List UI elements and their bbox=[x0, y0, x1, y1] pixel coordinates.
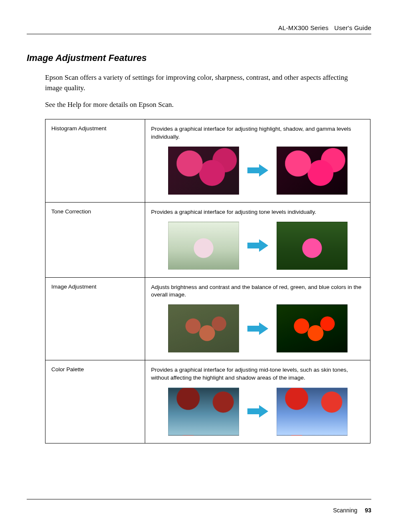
arrow-right-icon bbox=[247, 404, 269, 418]
doc-type: User's Guide bbox=[334, 24, 371, 31]
before-after-group bbox=[151, 147, 364, 195]
after-image bbox=[277, 222, 348, 270]
feature-description: Provides a graphical interface for adjus… bbox=[151, 125, 364, 140]
section-title: Image Adjustment Features bbox=[27, 53, 371, 63]
feature-name: Histogram Adjustment bbox=[51, 125, 106, 132]
table-row: Histogram AdjustmentProvides a graphical… bbox=[45, 119, 370, 202]
feature-name-cell: Tone Correction bbox=[45, 202, 145, 277]
running-header: AL-MX300 SeriesUser's Guide bbox=[27, 24, 371, 31]
help-note: See the Help for more details on Epson S… bbox=[45, 101, 371, 109]
feature-name: Tone Correction bbox=[51, 208, 91, 215]
after-image bbox=[277, 147, 348, 195]
table-row: Tone CorrectionProvides a graphical inte… bbox=[45, 202, 370, 277]
before-image bbox=[168, 304, 239, 352]
feature-desc-cell: Provides a graphical interface for adjus… bbox=[145, 202, 370, 277]
feature-desc-cell: Adjusts brightness and contrast and the … bbox=[145, 277, 370, 360]
feature-description: Provides a graphical interface for adjus… bbox=[151, 208, 364, 216]
before-image bbox=[168, 147, 239, 195]
feature-name-cell: Histogram Adjustment bbox=[45, 119, 145, 202]
feature-name-cell: Image Adjustment bbox=[45, 277, 145, 360]
product-name: AL-MX300 Series bbox=[278, 24, 329, 31]
intro-paragraph: Epson Scan offers a variety of settings … bbox=[45, 73, 362, 93]
before-after-group bbox=[151, 222, 364, 270]
before-after-group bbox=[151, 304, 364, 352]
after-image bbox=[277, 388, 348, 436]
table-row: Image AdjustmentAdjusts brightness and c… bbox=[45, 277, 370, 360]
page-footer: Scanning 93 bbox=[27, 499, 371, 514]
before-image bbox=[168, 222, 239, 270]
before-image bbox=[168, 388, 239, 436]
feature-desc-cell: Provides a graphical interface for adjus… bbox=[145, 360, 370, 443]
arrow-right-icon bbox=[247, 322, 269, 336]
features-table: Histogram AdjustmentProvides a graphical… bbox=[45, 119, 370, 443]
feature-name: Color Palette bbox=[51, 366, 84, 372]
feature-name: Image Adjustment bbox=[51, 284, 96, 290]
footer-chapter: Scanning bbox=[333, 507, 357, 514]
feature-desc-cell: Provides a graphical interface for adjus… bbox=[145, 119, 370, 202]
page: AL-MX300 SeriesUser's Guide Image Adjust… bbox=[0, 0, 398, 532]
arrow-right-icon bbox=[247, 238, 269, 253]
feature-description: Provides a graphical interface for adjus… bbox=[151, 366, 364, 381]
arrow-right-icon bbox=[247, 163, 269, 177]
header-rule: AL-MX300 SeriesUser's Guide bbox=[27, 24, 371, 34]
footer-page-number: 93 bbox=[365, 507, 371, 514]
feature-description: Adjusts brightness and contrast and the … bbox=[151, 284, 364, 299]
after-image bbox=[277, 304, 348, 352]
feature-name-cell: Color Palette bbox=[45, 360, 145, 443]
table-row: Color PaletteProvides a graphical interf… bbox=[45, 360, 370, 443]
features-tbody: Histogram AdjustmentProvides a graphical… bbox=[45, 119, 370, 443]
before-after-group bbox=[151, 388, 364, 436]
